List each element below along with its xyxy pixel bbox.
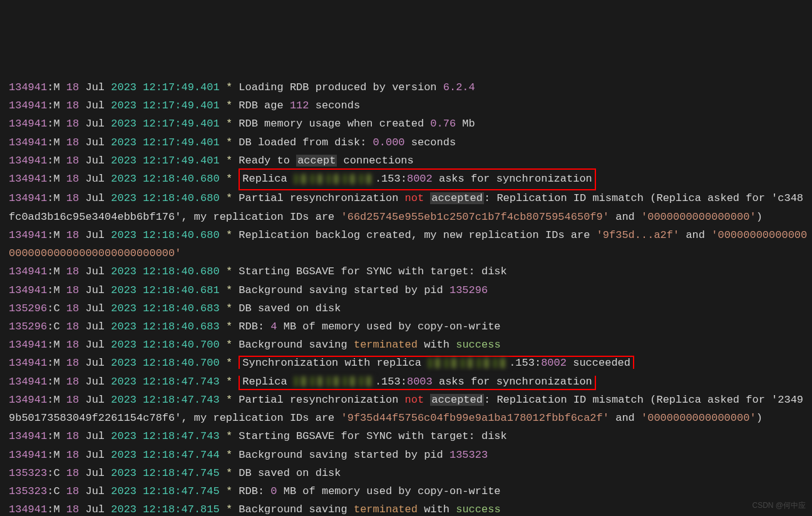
- censored-ip: [294, 174, 375, 184]
- log-line: 134941:M 18 Jul 2023 12:17:49.401 * RDB …: [9, 115, 809, 133]
- terminal-log: 134941:M 18 Jul 2023 12:17:49.401 * Load…: [9, 78, 809, 516]
- log-line: 134941:M 18 Jul 2023 12:17:49.401 * Load…: [9, 78, 809, 96]
- log-line: 134941:M 18 Jul 2023 12:18:47.744 * Back…: [9, 446, 809, 464]
- watermark: CSDN @何中应: [752, 499, 806, 512]
- log-line: 134941:M 18 Jul 2023 12:18:47.815 * Back…: [9, 500, 809, 516]
- log-line: 134941:M 18 Jul 2023 12:17:49.401 * RDB …: [9, 96, 809, 115]
- log-line: 134941:M 18 Jul 2023 12:18:40.680 * Repl…: [9, 170, 809, 189]
- log-line: 134941:M 18 Jul 2023 12:18:47.743 * Part…: [9, 391, 809, 427]
- log-line: 134941:M 18 Jul 2023 12:18:40.680 * Repl…: [9, 226, 809, 262]
- log-line: 134941:M 18 Jul 2023 12:18:40.680 * Part…: [9, 189, 809, 225]
- log-line: 135323:C 18 Jul 2023 12:18:47.745 * DB s…: [9, 464, 809, 482]
- censored-ip: [428, 358, 509, 368]
- log-line: 134941:M 18 Jul 2023 12:18:40.700 * Back…: [9, 336, 809, 354]
- log-line: 134941:M 18 Jul 2023 12:18:47.743 * Repl…: [9, 373, 809, 391]
- log-line: 134941:M 18 Jul 2023 12:17:49.401 * DB l…: [9, 133, 809, 152]
- log-line: 135323:C 18 Jul 2023 12:18:47.745 * RDB:…: [9, 482, 809, 500]
- log-line: 135296:C 18 Jul 2023 12:18:40.683 * RDB:…: [9, 317, 809, 336]
- log-line: 134941:M 18 Jul 2023 12:18:40.700 * Sync…: [9, 354, 809, 372]
- log-line: 134941:M 18 Jul 2023 12:18:40.681 * Back…: [9, 281, 809, 299]
- log-line: 134941:M 18 Jul 2023 12:18:40.680 * Star…: [9, 262, 809, 281]
- log-line: 134941:M 18 Jul 2023 12:18:47.743 * Star…: [9, 427, 809, 445]
- log-line: 134941:M 18 Jul 2023 12:17:49.401 * Read…: [9, 152, 809, 170]
- log-line: 135296:C 18 Jul 2023 12:18:40.683 * DB s…: [9, 299, 809, 317]
- censored-ip: [294, 376, 375, 386]
